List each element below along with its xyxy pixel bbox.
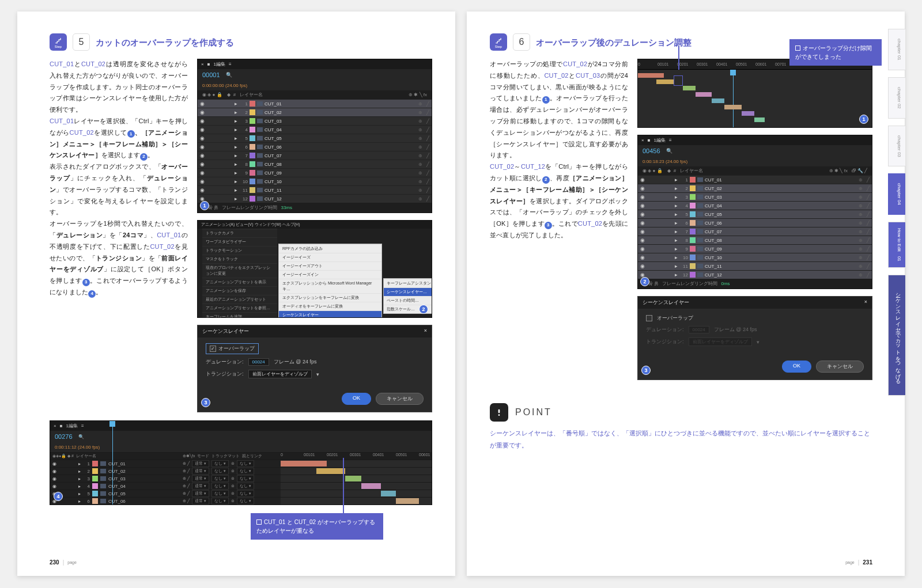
point-icon [490, 403, 508, 422]
frame-number: 00001 [202, 71, 220, 78]
layer-row[interactable]: ◉▸4CUT_04⊕ ╱ [638, 201, 872, 210]
layer-row[interactable]: ◉▸8CUT_08⊕ ╱ [638, 236, 872, 244]
timeline-row[interactable]: ◉▸4CUT_04⊕ ╱通常 ▾なし ▾⊚なし ▾ [50, 482, 432, 490]
stairs-icon [494, 36, 502, 44]
layer-row[interactable]: ◉▸3CUT_03⊕ ╱ [198, 116, 432, 125]
badge-2: 2 [640, 277, 649, 286]
panel-tab[interactable]: 1編集 [654, 137, 666, 143]
overlap-checkbox[interactable] [646, 315, 652, 321]
layer-row[interactable]: ◉▸12CUT_12⊕ ╱ [198, 194, 432, 203]
chapter-tab[interactable]: chapter 02 [888, 77, 905, 119]
ae-timeline-wide: × ■ 1編集 ≡ 00276🔍 0:00:11:12 (24.00 fps) … [50, 420, 432, 505]
layer-row[interactable]: ◉▸6CUT_06⊕ ╱ [638, 218, 872, 227]
svg-point-1 [498, 414, 500, 416]
ae-layer-panel-1: × ■ 1編集 ≡ 00001🔍 0:00:00:00 (24.00 fps) … [197, 59, 432, 213]
timeline-row[interactable]: ◉▸6CUT_06⊕ ╱通常 ▾なし ▾⊚なし ▾ [50, 497, 432, 504]
frame-number: 00276 [55, 433, 73, 440]
close-icon[interactable]: × [201, 62, 204, 67]
frame-number: 00456 [643, 147, 660, 154]
badge-1: 1 [127, 130, 135, 138]
menu-bar[interactable]: アニメーション(A) ビュー(V) ウィンドウ(W) ヘルプ(H) [198, 221, 432, 229]
layer-row[interactable]: ◉▸2CUT_02⊕ ╱ [198, 108, 432, 116]
timeline-row[interactable]: ◉▸5CUT_05⊕ ╱通常 ▾なし ▾⊚なし ▾ [50, 490, 432, 497]
close-icon[interactable]: × [54, 423, 56, 428]
point-text: シーケンスレイヤーは、「番号順」ではなく、「選択順」にひとつづきに並べる機能です… [490, 427, 872, 452]
layer-row[interactable]: ◉▸3CUT_03⊕ ╱ [638, 192, 872, 201]
submenu[interactable]: RPFカメラの読み込みイージーイーズイージーイーズアウトイージーイーズインエクス… [278, 244, 382, 318]
ok-button[interactable]: OK [342, 393, 371, 405]
chapter-tab[interactable]: chapter 01 [888, 29, 905, 70]
step-header-5: Step 5 カットのオーバーラップを作成する [50, 33, 432, 51]
badge-3: 3 [82, 279, 90, 286]
layer-row[interactable]: ◉▸8CUT_08⊕ ╱ [198, 160, 432, 168]
layer-row[interactable]: ◉▸11CUT_11⊕ ╱ [638, 261, 872, 270]
duration-input: 00024 [689, 326, 709, 333]
current-section-tab: シーケンスレイヤーでカットをつなげる [888, 275, 905, 396]
page-number-left: 230|page [50, 559, 77, 566]
search-icon[interactable]: 🔍 [78, 434, 84, 439]
gap-highlight [674, 75, 683, 86]
frame-label: フレーム @ 24 fps [274, 358, 317, 366]
cancel-button[interactable]: キャンセル [376, 393, 424, 405]
step-icon: Step [50, 33, 67, 51]
dialog-title: シーケンスレイヤー [643, 299, 689, 306]
badge-2: 2 [542, 176, 550, 184]
layer-row[interactable]: ◉▸9CUT_09⊕ ╱ [198, 168, 432, 177]
step-icon-label: Step [495, 45, 502, 48]
panel-tab[interactable]: 1編集 [214, 61, 225, 67]
sequence-layer-dialog: シーケンスレイヤー× オーバーラップ デュレーション:00024フレーム @ 2… [197, 325, 432, 412]
badge-2: 2 [419, 305, 428, 314]
dialog-title: シーケンスレイヤー [202, 328, 249, 335]
menu-screenshot: アニメーション(A) ビュー(V) ウィンドウ(W) ヘルプ(H) トラックカメ… [197, 220, 432, 318]
layer-row[interactable]: ◉▸10CUT_10⊕ ╱ [638, 253, 872, 261]
duration-input[interactable]: 00024 [248, 358, 269, 366]
timeline-row[interactable]: ◉▸1CUT_01⊕ ╱通常 ▾なし ▾⊚なし ▾ [50, 460, 432, 467]
overlap-checkbox[interactable] [210, 346, 216, 352]
layer-row[interactable]: ◉▸7CUT_07⊕ ╱ [198, 151, 432, 160]
layer-row[interactable]: ◉▸5CUT_05⊕ ╱ [638, 210, 872, 218]
page-left: Step 5 カットのオーバーラップを作成する CUT_01とCUT_02は透明… [17, 12, 455, 576]
close-icon[interactable]: × [641, 138, 644, 143]
layer-row[interactable]: ◉▸10CUT_10⊕ ╱ [198, 177, 432, 185]
badge-4: 4 [88, 290, 96, 298]
callout-gap: オーバーラップ分だけ隙間ができてしまった [789, 39, 882, 66]
close-icon[interactable]: × [424, 328, 427, 335]
cancel-button[interactable]: キャンセル [816, 361, 864, 373]
layer-row[interactable]: ◉▸1CUT_01⊕ ╱ [198, 99, 432, 108]
ok-button[interactable]: OK [782, 361, 811, 373]
search-icon[interactable]: 🔍 [666, 148, 672, 154]
timeline-row[interactable]: ◉▸2CUT_02⊕ ╱通常 ▾なし ▾⊚なし ▾ [50, 467, 432, 475]
badge-2: 2 [140, 153, 148, 161]
timeline-row[interactable]: ◉▸3CUT_03⊕ ╱通常 ▾なし ▾⊚なし ▾ [50, 475, 432, 482]
layer-row[interactable]: ◉▸6CUT_06⊕ ╱ [198, 142, 432, 151]
sequence-layer-dialog-2: シーケンスレイヤー× オーバーラップ デュレーション:00024フレーム @ 2… [637, 296, 872, 380]
point-block: POINT シーケンスレイヤーは、「番号順」ではなく、「選択順」にひとつづきに並… [490, 403, 872, 452]
page-number-right: page|231 [845, 559, 872, 566]
stairs-icon [54, 36, 62, 44]
panel-tab[interactable]: 1編集 [66, 423, 78, 429]
badge-1: 1 [200, 201, 209, 210]
timecode: 0:00:18:23 (24.00 fps) [643, 159, 687, 164]
chapter-tab[interactable]: chapter 04 [888, 173, 905, 215]
timecode: 0:00:00:00 (24.00 fps) [202, 83, 247, 88]
duration-label: デュレーション: [646, 326, 684, 333]
layer-row[interactable]: ◉▸5CUT_05⊕ ╱ [198, 134, 432, 142]
close-icon[interactable]: × [864, 299, 867, 306]
layer-row[interactable]: ◉▸1CUT_01⊕ ╱ [638, 175, 872, 184]
badge-4: 4 [54, 492, 63, 501]
menu-dropdown[interactable]: トラックカメラワープスタビライザートラックモーションマスクをトラック現在のプロパ… [202, 229, 277, 318]
search-icon[interactable]: 🔍 [226, 72, 232, 78]
badge-1: 1 [542, 96, 550, 104]
chapter-tab[interactable]: chapter 03 [888, 126, 905, 167]
transition-select[interactable]: 前面レイヤーをディゾルブ [248, 370, 312, 378]
layer-row[interactable]: ◉▸4CUT_04⊕ ╱ [198, 125, 432, 134]
layer-row[interactable]: ◉▸11CUT_11⊕ ╱ [198, 185, 432, 194]
layer-row[interactable]: ◉▸7CUT_07⊕ ╱ [638, 227, 872, 236]
duration-label: デュレーション: [206, 358, 244, 366]
layer-row[interactable]: ◉▸12CUT_12⊕ ╱ [638, 270, 872, 279]
overlap-label: オーバーラップ [218, 345, 255, 352]
layer-row[interactable]: ◉▸9CUT_09⊕ ╱ [638, 244, 872, 253]
playhead[interactable] [733, 70, 734, 127]
page-right: chapter 01chapter 02chapter 03chapter 04… [467, 12, 905, 576]
layer-row[interactable]: ◉▸2CUT_02⊕ ╱ [638, 184, 872, 192]
